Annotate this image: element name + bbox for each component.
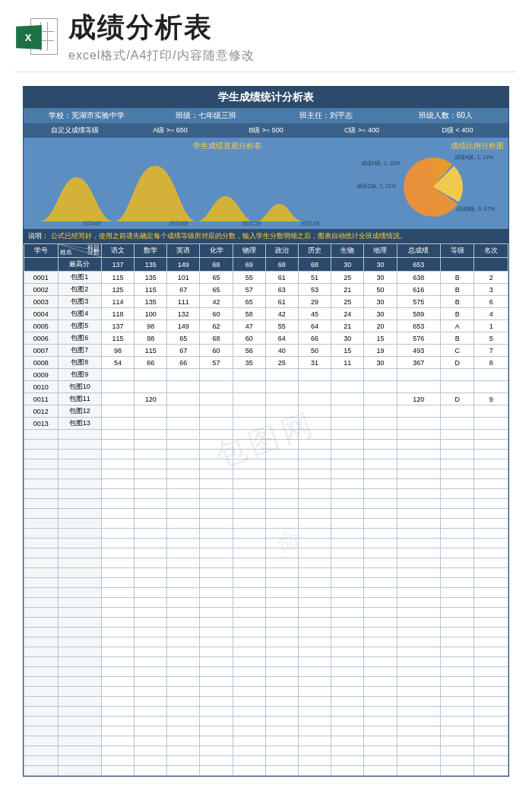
hump-label-b: 成绩B级 [169, 220, 188, 227]
table-row [24, 697, 508, 707]
grade-custom-label: 自定义成绩等级 [27, 126, 122, 135]
pie-chart-title: 成绩比例分析图 [451, 141, 504, 151]
divider [15, 72, 517, 72]
pie-label-b: 成绩B级, 6, 67% [456, 206, 495, 212]
table-row [24, 459, 508, 469]
table-row: 0007包图79811567605640501519493C7 [24, 345, 508, 357]
table-row: 0009包图9 [24, 369, 508, 381]
sheet-title: 学生成绩统计分析表 [24, 87, 508, 108]
table-row [24, 637, 508, 647]
table-row [24, 717, 508, 726]
table-row [24, 578, 508, 588]
table-row [24, 548, 508, 558]
col-grade: 等级 [440, 244, 474, 258]
note-row: 说明： 公式已经写好，使用之前请先确定每个成绩等级所对应的分数，输入学生分数明细… [24, 229, 508, 243]
table-row: 0011包图11120120D9 [24, 393, 508, 405]
chart-zone: 学生成绩直观分析表 成绩比例分析图 成绩A级 成绩B级 成绩C级 成绩D级 成绩… [24, 138, 508, 229]
info-row: 学校：芜湖市实验中学 班级：七年级三班 班主任：刘平志 班级人数：60人 [24, 108, 508, 123]
table-row: 0003包图3114135111426561292530575B6 [24, 296, 508, 308]
area-chart [31, 162, 312, 223]
area-chart-title: 学生成绩直观分析表 [193, 141, 261, 151]
table-row [24, 766, 508, 776]
table-row [24, 657, 508, 667]
table-row: 0006包图61158865686064663015576B5 [24, 332, 508, 345]
grade-c: C级 >= 400 [314, 126, 410, 135]
table-row [24, 736, 508, 746]
table-row: 0002包图212511567655763532150616B3 [24, 284, 508, 296]
grade-a: A级 >= 650 [122, 126, 218, 135]
teacher-label: 班主任：刘平志 [266, 110, 386, 121]
class-label: 班级：七年级三班 [147, 110, 267, 121]
spreadsheet-preview: 学生成绩统计分析表 学校：芜湖市实验中学 班级：七年级三班 班主任：刘平志 班级… [23, 86, 509, 777]
hump-label-a: 成绩A级 [82, 220, 102, 227]
table-row [24, 677, 508, 687]
excel-icon: X [15, 15, 58, 58]
note-text: 公式已经写好，使用之前请先确定每个成绩等级所对应的分数，输入学生分数明细之后，图… [51, 232, 407, 240]
table-row: 0010包图10 [24, 381, 508, 393]
table-row [24, 628, 508, 637]
note-label: 说明： [28, 232, 49, 240]
maxrow-label: 最高分 [58, 258, 101, 272]
table-row [24, 598, 508, 608]
table-row [24, 440, 508, 450]
hump-label-d: 成绩D级 [300, 220, 320, 227]
table-row [24, 707, 508, 717]
page-subtitle: excel格式/A4打印/内容随意修改 [68, 48, 517, 64]
table-row: 0012包图12 [24, 405, 508, 418]
table-row [24, 667, 508, 677]
grade-b: B级 >= 500 [218, 126, 314, 135]
table-row [24, 499, 508, 509]
col-rank: 名次 [474, 244, 508, 258]
table-row [24, 479, 508, 489]
header-row: 学号 科目 姓名 分数 语文 数学 英语 化学 物理 政治 历史 生物 地理 总… [24, 244, 508, 258]
table-row [24, 588, 508, 598]
top-banner: X 成绩分析表 excel格式/A4打印/内容随意修改 [0, 0, 532, 67]
school-label: 学校：芜湖市实验中学 [27, 110, 147, 121]
pie-chart [404, 157, 463, 217]
table-row [24, 529, 508, 539]
table-row [24, 618, 508, 628]
table-row [24, 558, 508, 568]
grade-legend-row: 自定义成绩等级 A级 >= 650 B级 >= 500 C级 >= 400 D级… [24, 123, 508, 138]
table-row: 0013包图13 [24, 418, 508, 430]
col-lishi: 历史 [298, 244, 331, 258]
table-body: 0001包图1115135101655561512530638B20002包图2… [24, 272, 508, 776]
col-dili: 地理 [364, 244, 397, 258]
col-id: 学号 [24, 244, 59, 258]
table-row [24, 568, 508, 578]
col-shuxue: 数学 [135, 244, 167, 258]
table-row [24, 450, 508, 459]
page-title: 成绩分析表 [68, 9, 517, 46]
col-yingyu: 英语 [167, 244, 200, 258]
table-row: 0005包图513798149624755642120653A1 [24, 320, 508, 332]
col-zhengzhi: 政治 [265, 244, 298, 258]
table-row [24, 539, 508, 548]
hump-label-c: 成绩C级 [242, 220, 261, 227]
table-row [24, 509, 508, 519]
table-row [24, 746, 508, 756]
score-table: 学号 科目 姓名 分数 语文 数学 英语 化学 物理 政治 历史 生物 地理 总… [24, 243, 508, 776]
table-row: 0008包图8546666573525311130367D8 [24, 357, 508, 369]
col-wuli: 物理 [233, 244, 265, 258]
table-row [24, 469, 508, 479]
col-shengwu: 生物 [331, 244, 364, 258]
pie-label-c: 成绩C级, 1, 11% [356, 183, 396, 189]
table-row [24, 430, 508, 440]
table-row [24, 647, 508, 657]
col-total: 总成绩 [397, 244, 440, 258]
table-row [24, 519, 508, 529]
table-row [24, 687, 508, 697]
col-yuwen: 语文 [101, 244, 134, 258]
max-row: 最高分 137135 14968 6968 6830 30653 [24, 258, 508, 272]
col-huaxue: 化学 [200, 244, 233, 258]
table-row [24, 608, 508, 618]
table-row: 0004包图4118100132605842452430589B4 [24, 308, 508, 320]
grade-d: D级 < 400 [410, 126, 505, 135]
pie-label-d: 成绩D级, 2, 22% [361, 161, 401, 167]
pie-label-a: 成绩A级, 1, 11% [454, 154, 493, 161]
headcount-label: 班级人数：60人 [386, 110, 506, 121]
col-corner: 科目 姓名 分数 [58, 244, 101, 258]
table-row [24, 489, 508, 499]
table-row [24, 726, 508, 736]
table-row: 0001包图1115135101655561512530638B2 [24, 272, 508, 284]
